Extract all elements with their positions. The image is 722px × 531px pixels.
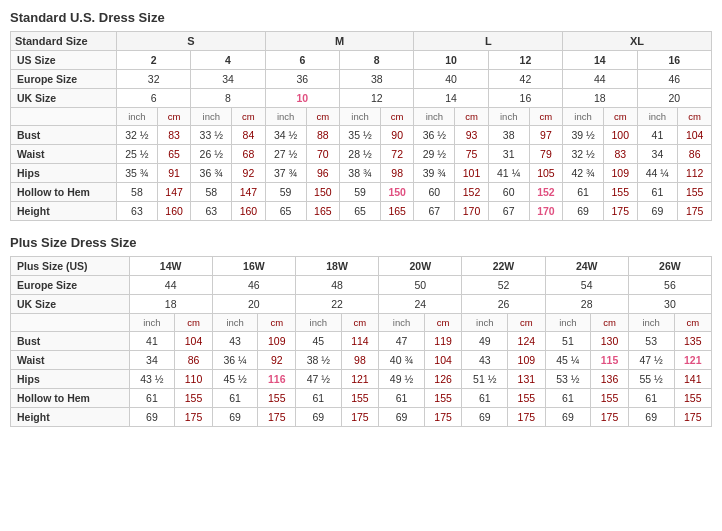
measurement-label-bust: Bust [11, 126, 117, 145]
std-bust-4: 34 ½ [265, 126, 306, 145]
std-waist-10: 31 [488, 145, 529, 164]
plus-waist-4: 38 ½ [295, 351, 341, 370]
std-hollow-to-hem-2: 58 [191, 183, 232, 202]
uk-8: 8 [191, 89, 265, 108]
plus-hollow-to-hem-1: 155 [175, 389, 212, 408]
us-8: 8 [340, 51, 414, 70]
std-hollow-to-hem-12: 61 [563, 183, 604, 202]
plus-eu-56: 56 [628, 276, 711, 295]
plus-26w: 26W [628, 257, 711, 276]
plus-bust-7: 119 [424, 332, 461, 351]
std-height-7: 165 [380, 202, 414, 221]
unit-cm-8: cm [678, 108, 712, 126]
std-bust-11: 97 [529, 126, 563, 145]
measurement-label-waist: Waist [11, 145, 117, 164]
plus-hips-10: 53 ½ [545, 370, 591, 389]
std-hollow-to-hem-5: 150 [306, 183, 340, 202]
plus-hollow-to-hem-7: 155 [424, 389, 461, 408]
plus-24w: 24W [545, 257, 628, 276]
plus-16w: 16W [212, 257, 295, 276]
plus-hips-5: 121 [341, 370, 378, 389]
std-hips-0: 35 ¾ [116, 164, 157, 183]
std-hips-11: 105 [529, 164, 563, 183]
std-waist-2: 26 ½ [191, 145, 232, 164]
unit-inch-2: inch [191, 108, 232, 126]
plus-20w: 20W [379, 257, 462, 276]
plus-table: Plus Size (US) 14W 16W 18W 20W 22W 24W 2… [10, 256, 712, 427]
plus-waist-9: 109 [508, 351, 545, 370]
plus-hollow-to-hem-9: 155 [508, 389, 545, 408]
plus-hollow-to-hem-6: 61 [379, 389, 425, 408]
plus-hips-2: 45 ½ [212, 370, 258, 389]
l-group: L [414, 32, 563, 51]
eu-40: 40 [414, 70, 488, 89]
std-bust-9: 93 [455, 126, 489, 145]
plus-hollow-to-hem-12: 61 [628, 389, 674, 408]
std-hips-9: 101 [455, 164, 489, 183]
plus-bust-1: 104 [175, 332, 212, 351]
std-hips-10: 41 ¼ [488, 164, 529, 183]
plus-bust-11: 130 [591, 332, 628, 351]
unit-cm-1: cm [157, 108, 191, 126]
us-12: 12 [488, 51, 562, 70]
plus-height-4: 69 [295, 408, 341, 427]
plus-unit-inch-3: inch [295, 314, 341, 332]
plus-waist-0: 34 [129, 351, 175, 370]
std-waist-9: 75 [455, 145, 489, 164]
plus-height-2: 69 [212, 408, 258, 427]
std-height-4: 65 [265, 202, 306, 221]
plus-waist-6: 40 ¾ [379, 351, 425, 370]
plus-hips-7: 126 [424, 370, 461, 389]
std-bust-3: 84 [232, 126, 266, 145]
plus-hollow-to-hem-2: 61 [212, 389, 258, 408]
plus-hollow-to-hem-13: 155 [674, 389, 712, 408]
plus-height-9: 175 [508, 408, 545, 427]
plus-hollow-to-hem-4: 61 [295, 389, 341, 408]
unit-inch-5: inch [414, 108, 455, 126]
plus-bust-10: 51 [545, 332, 591, 351]
plus-uk-26: 26 [462, 295, 545, 314]
std-hips-2: 36 ¾ [191, 164, 232, 183]
plus-height-7: 175 [424, 408, 461, 427]
unit-inch-3: inch [265, 108, 306, 126]
plus-uk-28: 28 [545, 295, 628, 314]
std-waist-11: 79 [529, 145, 563, 164]
us-16: 16 [637, 51, 712, 70]
std-hollow-to-hem-8: 60 [414, 183, 455, 202]
uk-12: 12 [340, 89, 414, 108]
measurement-label-height: Height [11, 202, 117, 221]
measurement-label-hips: Hips [11, 164, 117, 183]
plus-unit-inch-7: inch [628, 314, 674, 332]
std-height-9: 170 [455, 202, 489, 221]
std-hollow-to-hem-0: 58 [116, 183, 157, 202]
standard-table: Standard Size S M L XL US Size 2 4 6 8 1… [10, 31, 712, 221]
plus-bust-2: 43 [212, 332, 258, 351]
std-hips-7: 98 [380, 164, 414, 183]
plus-height-3: 175 [258, 408, 295, 427]
unit-cm-2: cm [232, 108, 266, 126]
std-hips-5: 96 [306, 164, 340, 183]
plus-measurement-label-hips: Hips [11, 370, 130, 389]
plus-hips-6: 49 ½ [379, 370, 425, 389]
europe-size-label: Europe Size [11, 70, 117, 89]
std-waist-5: 70 [306, 145, 340, 164]
standard-title: Standard U.S. Dress Size [10, 10, 712, 25]
uk-18: 18 [563, 89, 637, 108]
std-waist-6: 28 ½ [340, 145, 381, 164]
plus-hollow-to-hem-3: 155 [258, 389, 295, 408]
plus-waist-12: 47 ½ [628, 351, 674, 370]
plus-measurement-label-height: Height [11, 408, 130, 427]
std-hollow-to-hem-4: 59 [265, 183, 306, 202]
std-height-10: 67 [488, 202, 529, 221]
std-bust-13: 100 [604, 126, 638, 145]
plus-uk-24: 24 [379, 295, 462, 314]
std-waist-15: 86 [678, 145, 712, 164]
std-bust-12: 39 ½ [563, 126, 604, 145]
unit-cm-4: cm [380, 108, 414, 126]
xl-group: XL [563, 32, 712, 51]
plus-unit-cm-3: cm [341, 314, 378, 332]
std-hollow-to-hem-14: 61 [637, 183, 678, 202]
std-bust-10: 38 [488, 126, 529, 145]
std-hollow-to-hem-15: 155 [678, 183, 712, 202]
std-waist-1: 65 [157, 145, 191, 164]
